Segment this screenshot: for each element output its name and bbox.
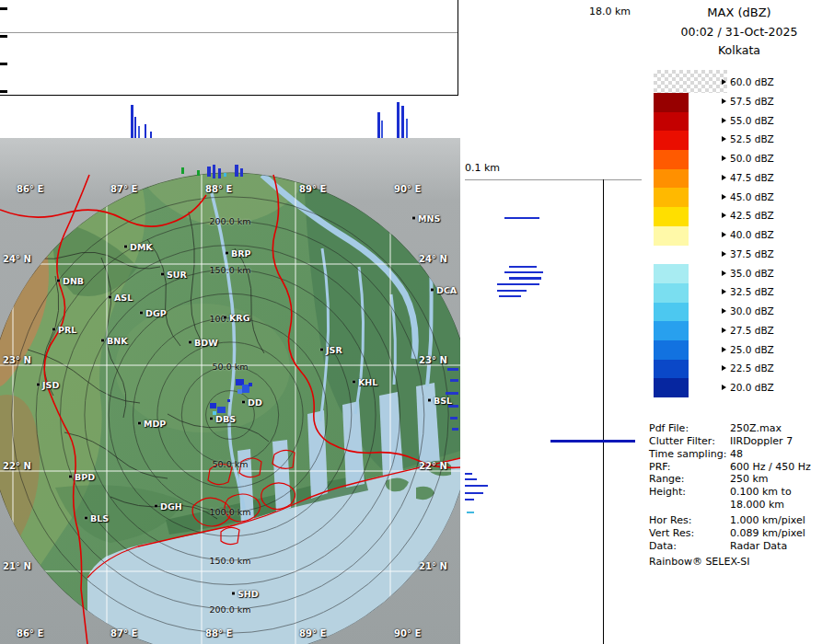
scale-swatch: [654, 303, 689, 322]
metadata-value: 250 km: [730, 473, 769, 485]
right-panel-topline: [465, 179, 642, 180]
height-max-label: 18.0 km: [589, 6, 631, 17]
right-cross-section-panel: [465, 179, 642, 644]
echo-bar: [499, 295, 521, 297]
scale-label: 30.0 dBZ: [730, 305, 774, 316]
scale-label: 42.5 dBZ: [730, 210, 774, 221]
scale-transparent-swatch: [654, 70, 727, 93]
scale-label: 50.0 dBZ: [730, 153, 774, 164]
scale-label-row: 25.0 dBZ: [722, 344, 774, 355]
scale-label: 20.0 dBZ: [730, 382, 774, 393]
scale-tick-triangle: [722, 118, 726, 123]
echo-bar: [550, 440, 635, 443]
metadata-value: 600 Hz / 450 Hz: [730, 461, 811, 473]
radar-site: Kolkata: [644, 43, 834, 57]
scale-label-row: 60.0 dBZ: [722, 76, 774, 87]
metadata-row: Pdf File:250Z.max: [649, 422, 831, 434]
scale-label-row: 55.0 dBZ: [722, 115, 774, 126]
scale-tick-triangle: [722, 175, 726, 180]
scale-swatch: [654, 93, 689, 112]
metadata-key: PRF:: [649, 461, 670, 473]
scale-label: 27.5 dBZ: [730, 325, 774, 336]
scale-label-row: 47.5 dBZ: [722, 172, 774, 183]
top-panel-gridline: [0, 32, 458, 33]
scale-tick-triangle: [722, 289, 726, 294]
height-min-label: 0.1 km: [465, 162, 500, 174]
echo-bar: [138, 126, 140, 138]
scale-tick-triangle: [722, 347, 726, 352]
scale-label: 22.5 dBZ: [730, 362, 774, 374]
scale-label: 52.5 dBZ: [730, 133, 774, 144]
scale-tick-triangle: [722, 251, 726, 257]
axis-tick-mark: [0, 35, 7, 38]
metadata-row: Hor Res:1.000 km/pixel: [649, 514, 831, 526]
echo-bar: [504, 271, 543, 273]
metadata-row: Range:250 km: [649, 473, 831, 485]
software-brand: Rainbow® SELEX-SI: [649, 556, 831, 568]
metadata-value: 48: [730, 448, 743, 460]
scale-tick-triangle: [722, 194, 726, 200]
echo-bar: [465, 478, 477, 480]
metadata-value: 0.089 km/pixel: [730, 527, 805, 539]
axis-tick-mark: [0, 7, 7, 10]
scale-tick-triangle: [722, 79, 726, 85]
metadata-key: Pdf File:: [649, 422, 689, 434]
scale-label: 32.5 dBZ: [730, 286, 774, 297]
echo-bar: [150, 132, 152, 138]
scale-label-row: 52.5 dBZ: [722, 133, 774, 144]
scale-label-row: 40.0 dBZ: [722, 229, 774, 240]
metadata-value: IIRDoppler 7: [730, 435, 793, 447]
scale-label: 25.0 dBZ: [730, 344, 774, 355]
metadata-value: 1.000 km/pixel: [730, 514, 805, 526]
scale-label: 57.5 dBZ: [730, 96, 774, 107]
scale-swatch: [654, 378, 689, 397]
scale-swatch: [654, 131, 689, 150]
metadata-row: Time sampling:48: [649, 448, 831, 460]
axis-tick-mark: [0, 90, 7, 93]
scale-tick-triangle: [722, 365, 726, 371]
scale-label-row: 22.5 dBZ: [722, 362, 774, 374]
scale-label: 45.0 dBZ: [730, 191, 774, 202]
metadata-key: Hor Res:: [649, 514, 691, 526]
scale-label-row: 37.5 dBZ: [722, 248, 774, 259]
scale-tick-triangle: [722, 308, 726, 314]
scale-swatch: [654, 226, 689, 246]
scale-label-row: 57.5 dBZ: [722, 96, 774, 107]
scale-swatch: [654, 188, 689, 207]
scale-label: 60.0 dBZ: [730, 76, 774, 87]
metadata-row: Data:Radar Data: [649, 540, 831, 552]
scale-label-row: 20.0 dBZ: [722, 382, 774, 393]
scale-label: 55.0 dBZ: [730, 115, 774, 126]
metadata-row: Clutter Filter:IIRDoppler 7: [649, 435, 831, 447]
echo-bar: [497, 290, 527, 292]
scale-tick-triangle: [722, 155, 726, 161]
scale-swatch: [654, 264, 689, 283]
echo-bar: [504, 217, 539, 219]
map-viewport[interactable]: 86° E86° E87° E87° E88° E88° E89° E89° E…: [0, 138, 460, 644]
right-panel-axis-line: [603, 179, 604, 644]
metadata-key: Vert Res:: [649, 527, 694, 539]
echo-bar: [381, 121, 383, 138]
scale-label-row: 30.0 dBZ: [722, 305, 774, 316]
metadata-key: Clutter Filter:: [649, 435, 715, 447]
product-datetime: 00:02 / 31-Oct-2025: [644, 25, 834, 39]
scale-label: 35.0 dBZ: [730, 268, 774, 279]
scale-label-row: 42.5 dBZ: [722, 210, 774, 221]
top-panel-baseline: [0, 95, 458, 96]
axis-tick-mark: [0, 63, 7, 65]
scale-swatch: [654, 112, 689, 132]
scale-swatch: [654, 169, 689, 189]
scale-swatch: [654, 283, 689, 303]
metadata-key: Range:: [649, 473, 685, 485]
scale-tick-triangle: [722, 213, 726, 218]
echo-bar: [497, 283, 539, 285]
scale-swatch: [654, 321, 689, 340]
scale-label: 40.0 dBZ: [730, 229, 774, 240]
metadata-value: 0.100 km to: [730, 486, 792, 498]
metadata-value: 250Z.max: [730, 422, 782, 434]
metadata-value: 18.000 km: [730, 499, 784, 511]
scale-tick-triangle: [722, 98, 726, 104]
echo-bar: [465, 499, 474, 500]
scale-tick-triangle: [722, 270, 726, 276]
top-cross-section-panel: [0, 0, 460, 138]
